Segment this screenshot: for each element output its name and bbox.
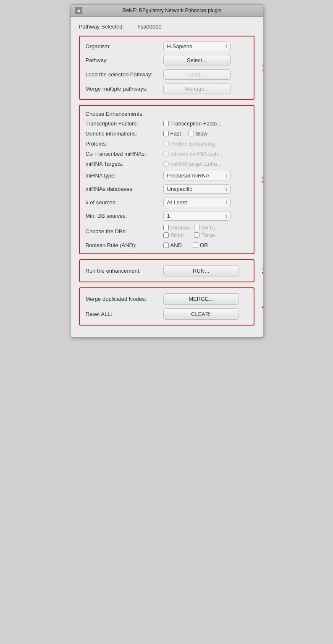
choose-dbs-label: Choose the DBs: bbox=[86, 228, 159, 235]
mirna-target-checkbox-label: miRNA target Enha... bbox=[170, 161, 222, 167]
min-db-label: Min. DB sources: bbox=[86, 213, 159, 219]
boolean-label: Boolean Rule (AND): bbox=[86, 242, 159, 248]
organism-select-wrapper: H.Sapiens M.Musculus R.Norvegicus bbox=[163, 42, 231, 51]
boolean-row: Boolean Rule (AND): AND OR bbox=[86, 242, 248, 248]
pathway-label: Pathway: bbox=[86, 57, 159, 63]
manage-button[interactable]: Manage... bbox=[163, 83, 231, 94]
pictar-item: Pictar bbox=[163, 232, 190, 238]
boolean-checkbox-group: AND OR bbox=[163, 242, 208, 248]
merge-nodes-row: Merge duplicated Nodes: MERGE... bbox=[86, 293, 248, 305]
mirna-db-select-wrapper: Unspecific Specific bbox=[163, 184, 231, 194]
merge-pathways-label: Merge multiple pathways: bbox=[86, 86, 159, 92]
protein-checkbox-item: Protein Enhancing bbox=[163, 141, 215, 147]
intronic-checkbox-label: Intronic miRNA Enh... bbox=[170, 151, 223, 157]
targe-item: Targe... bbox=[194, 232, 221, 238]
run-row: Run the enhancement: RUN... bbox=[86, 265, 248, 276]
slow-label: Slow bbox=[196, 130, 207, 137]
targe-label: Targe... bbox=[201, 232, 219, 238]
proteins-label: Proteins: bbox=[86, 141, 159, 147]
reset-row: Reset ALL: CLEAR! bbox=[86, 308, 248, 320]
clear-button[interactable]: CLEAR! bbox=[163, 308, 239, 320]
fast-checkbox-item: Fast bbox=[163, 130, 181, 137]
or-checkbox-item: OR bbox=[193, 242, 208, 248]
section4-number: 4 bbox=[262, 301, 263, 312]
back-button[interactable]: ◄ bbox=[75, 7, 82, 14]
section4-wrapper: Merge duplicated Nodes: MERGE... Reset A… bbox=[79, 287, 254, 326]
merge-nodes-label: Merge duplicated Nodes: bbox=[86, 296, 159, 302]
content-area: Pathway Selected: hsa00010 Organism: H.S… bbox=[71, 17, 263, 337]
organism-label: Organism: bbox=[86, 43, 159, 50]
and-label: AND bbox=[170, 242, 182, 248]
fast-checkbox[interactable] bbox=[163, 131, 169, 136]
protein-checkbox[interactable] bbox=[163, 141, 169, 146]
slow-checkbox[interactable] bbox=[189, 131, 194, 136]
fast-label: Fast bbox=[170, 130, 181, 137]
sources-select[interactable]: At Least Exactly At Most bbox=[163, 198, 231, 207]
tf-checkbox[interactable] bbox=[163, 121, 169, 126]
mirna-targets-label: miRNA Targets: bbox=[86, 161, 159, 167]
mirna-type-select[interactable]: Precursor miRNA Mature miRNA bbox=[163, 171, 231, 180]
window-title: ReNE: REgulatory Network Enhancer plugin bbox=[86, 8, 259, 13]
mirna-type-label: miRNA type: bbox=[86, 172, 159, 179]
mirna-target-checkbox-item: miRNA target Enha... bbox=[163, 161, 222, 167]
choose-dbs-row: Choose the DBs: Miranda MirTa... bbox=[86, 224, 248, 238]
select-button[interactable]: Select... bbox=[163, 55, 231, 65]
intronic-checkbox[interactable] bbox=[163, 151, 169, 156]
tf-checkbox-item: Transcription Facto... bbox=[163, 120, 222, 127]
section2-number: 2 bbox=[262, 174, 263, 185]
pictar-checkbox[interactable] bbox=[163, 232, 169, 238]
dbs-grid: Miranda MirTa... Pictar bbox=[163, 224, 221, 238]
mirna-target-checkbox[interactable] bbox=[163, 161, 169, 167]
section3-number: 3 bbox=[262, 266, 263, 276]
section1-number: 1 bbox=[262, 63, 263, 73]
genetic-row: Genetic informations: Fast Slow bbox=[86, 130, 248, 137]
merge-button[interactable]: MERGE... bbox=[163, 293, 239, 305]
organism-select[interactable]: H.Sapiens M.Musculus R.Norvegicus bbox=[163, 42, 231, 51]
section2-wrapper: Choose Enhancements: Transcription Facto… bbox=[79, 105, 254, 254]
tf-checkbox-label: Transcription Facto... bbox=[170, 120, 222, 127]
mirta-item: MirTa... bbox=[194, 224, 221, 231]
mirna-type-row: miRNA type: Precursor miRNA Mature miRNA bbox=[86, 171, 248, 180]
section1-wrapper: Organism: H.Sapiens M.Musculus R.Norvegi… bbox=[79, 36, 254, 100]
load-row: Load the selected Pathway: Load... bbox=[86, 69, 248, 80]
section1-box: Organism: H.Sapiens M.Musculus R.Norvegi… bbox=[79, 36, 254, 100]
tf-label: Transcription Factors: bbox=[86, 120, 159, 127]
targe-checkbox[interactable] bbox=[194, 232, 199, 238]
pathway-selected-value: hsa00010 bbox=[138, 23, 162, 30]
intronic-checkbox-item: Intronic miRNA Enh... bbox=[163, 151, 223, 157]
proteins-row: Proteins: Protein Enhancing bbox=[86, 141, 248, 147]
mirna-db-select[interactable]: Unspecific Specific bbox=[163, 184, 231, 194]
min-db-row: Min. DB sources: 1 2 3 4 bbox=[86, 211, 248, 221]
pathway-selected-row: Pathway Selected: hsa00010 bbox=[79, 23, 254, 30]
load-label: Load the selected Pathway: bbox=[86, 71, 159, 78]
and-checkbox-item: AND bbox=[163, 242, 182, 248]
sources-label: # of sources: bbox=[86, 199, 159, 206]
section2-box: Choose Enhancements: Transcription Facto… bbox=[79, 105, 254, 254]
reset-label: Reset ALL: bbox=[86, 311, 159, 317]
cotranscribed-row: Co-Transcribed miRNAs: Intronic miRNA En… bbox=[86, 151, 248, 157]
section3-wrapper: Run the enhancement: RUN... 3 bbox=[79, 259, 254, 282]
mirta-checkbox[interactable] bbox=[194, 225, 199, 230]
mirna-db-label: miRNAs databases: bbox=[86, 186, 159, 192]
protein-checkbox-label: Protein Enhancing bbox=[170, 141, 215, 147]
miranda-item: Miranda bbox=[163, 224, 190, 231]
sources-select-wrapper: At Least Exactly At Most bbox=[163, 198, 231, 207]
min-db-select[interactable]: 1 2 3 4 bbox=[163, 211, 231, 221]
pictar-label: Pictar bbox=[170, 232, 184, 238]
pathway-selected-label: Pathway Selected: bbox=[79, 23, 134, 30]
or-checkbox[interactable] bbox=[193, 242, 198, 248]
run-button[interactable]: RUN... bbox=[163, 265, 239, 276]
or-label: OR bbox=[200, 242, 208, 248]
organism-row: Organism: H.Sapiens M.Musculus R.Norvegi… bbox=[86, 42, 248, 51]
miranda-label: Miranda bbox=[170, 224, 190, 231]
min-db-select-wrapper: 1 2 3 4 bbox=[163, 211, 231, 221]
and-checkbox[interactable] bbox=[163, 242, 169, 248]
genetic-checkbox-group: Fast Slow bbox=[163, 130, 207, 137]
load-button[interactable]: Load... bbox=[163, 69, 231, 80]
tf-row: Transcription Factors: Transcription Fac… bbox=[86, 120, 248, 127]
miranda-checkbox[interactable] bbox=[163, 225, 169, 230]
title-bar: ◄ ReNE: REgulatory Network Enhancer plug… bbox=[71, 5, 263, 17]
sources-row: # of sources: At Least Exactly At Most bbox=[86, 198, 248, 207]
section4-box: Merge duplicated Nodes: MERGE... Reset A… bbox=[79, 287, 254, 326]
mirna-targets-row: miRNA Targets: miRNA target Enha... bbox=[86, 161, 248, 167]
